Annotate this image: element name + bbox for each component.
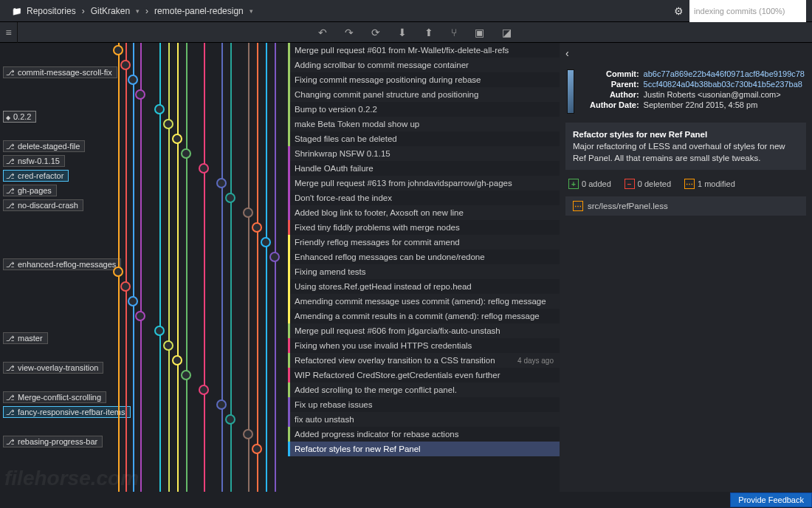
graph-lane [275, 43, 276, 492]
provide-feedback-button[interactable]: Provide Feedback [730, 492, 812, 507]
commit-node[interactable] [199, 385, 209, 395]
stash-icon[interactable]: ▣ [475, 27, 484, 38]
commit-node[interactable] [113, 267, 123, 277]
commit-row[interactable]: Refactored view overlay transition to a … [288, 353, 560, 368]
pull-icon[interactable]: ⬇ [398, 27, 407, 38]
meta-label-commit: Commit: [582, 69, 639, 78]
commit-node[interactable] [199, 163, 209, 174]
commit-node[interactable] [261, 237, 271, 247]
commit-detail-panel: ‹ Commit:ab6c77a869e22b4a46f0971acf84be9… [560, 43, 812, 492]
branch-label[interactable]: ⎇gh-pages [3, 185, 57, 196]
avatar [567, 69, 574, 114]
commit-row[interactable]: Merge pull request #601 from Mr-Wallet/f… [288, 43, 560, 58]
branch-label[interactable]: ⎇no-discard-crash [3, 199, 83, 211]
commit-row[interactable]: Fixing commit message positioning during… [288, 72, 560, 87]
branch-label[interactable]: ⎇rebasing-progress-bar [3, 436, 103, 447]
branch-label[interactable]: ⎇master [3, 332, 48, 344]
commit-row[interactable]: make Beta Token modal show up [288, 117, 560, 131]
commit-row[interactable]: Fixed tiny fiddly problems with merge no… [288, 220, 560, 235]
refresh-icon[interactable]: ⟳ [371, 27, 380, 38]
commit-node[interactable] [225, 414, 235, 425]
commit-node[interactable] [216, 178, 227, 188]
commit-message: Staged files can be deleted [295, 134, 397, 143]
push-icon[interactable]: ⬆ [424, 27, 433, 38]
redo-icon[interactable]: ↷ [345, 27, 354, 38]
commit-node[interactable] [120, 281, 131, 292]
commit-row[interactable]: Friendly reflog messages for commit amen… [288, 235, 560, 250]
branch-icon: ⎇ [6, 172, 15, 180]
commit-node[interactable] [252, 444, 262, 454]
commit-row[interactable]: Don't force-read the index [288, 190, 560, 205]
commit-row[interactable]: Amending commit message uses commit (ame… [288, 294, 560, 309]
commit-node[interactable] [154, 326, 165, 336]
commit-message: Merge pull request #601 from Mr-Wallet/f… [295, 46, 509, 55]
branch-label[interactable]: 0.2.2 [3, 111, 36, 123]
commit-row[interactable]: Changing commit panel structure and posi… [288, 87, 560, 102]
commit-row[interactable]: fix auto unstash [288, 412, 560, 427]
commit-row[interactable]: Adding scrollbar to commit message conta… [288, 58, 560, 72]
graph-lane [125, 43, 127, 492]
commit-node[interactable] [120, 60, 131, 70]
commit-row[interactable]: Added blog link to footer, Axosoft on ne… [288, 205, 560, 220]
commit-node[interactable] [181, 370, 191, 380]
back-arrow-icon[interactable]: ‹ [565, 47, 569, 59]
branch-icon[interactable]: ⑂ [451, 27, 457, 38]
commit-node[interactable] [252, 222, 262, 233]
commit-row[interactable]: Staged files can be deleted [288, 131, 560, 146]
meta-commit-hash[interactable]: ab6c77a869e22b4a46f0971acf84be9199c78 [644, 69, 805, 78]
commit-message: Handle OAuth failure [295, 164, 374, 173]
commit-row[interactable]: Enhanced reflog messages can be undone/r… [288, 250, 560, 264]
commit-row[interactable]: Fixing when you use invalid HTTPS creden… [288, 338, 560, 353]
commit-node[interactable] [128, 296, 138, 306]
commit-node[interactable] [181, 148, 191, 159]
branch-label[interactable]: ⎇commit-message-scroll-fix [3, 66, 117, 78]
breadcrumb-root[interactable]: Repositories [6, 6, 82, 16]
graph-lane [257, 43, 258, 492]
commit-row[interactable]: Fix up rebase issues [288, 397, 560, 412]
commit-row[interactable]: Handle OAuth failure [288, 161, 560, 176]
commit-graph-area: ⎇commit-message-scroll-fix0.2.2⎇delete-s… [0, 43, 560, 492]
branch-label[interactable]: ⎇nsfw-0.1.15 [3, 155, 65, 167]
branch-label[interactable]: ⎇cred-refactor [3, 170, 69, 182]
commit-node[interactable] [113, 45, 123, 55]
breadcrumb-repo[interactable]: GitKraken [85, 6, 145, 16]
meta-parent-hash[interactable]: 5ccf40824a04b38bab03c730b41b5e237ba8 [644, 80, 802, 89]
pop-stash-icon[interactable]: ◪ [502, 27, 512, 38]
commit-node[interactable] [154, 104, 165, 114]
commit-node[interactable] [225, 193, 235, 203]
commit-node[interactable] [243, 429, 253, 439]
commit-row[interactable]: Using stores.Ref.getHead instead of repo… [288, 279, 560, 294]
undo-icon[interactable]: ↶ [318, 27, 327, 38]
commit-node[interactable] [172, 355, 182, 365]
branch-label[interactable]: ⎇Merge-conflict-scrolling [3, 391, 106, 403]
commit-message: Fix up rebase issues [295, 400, 372, 409]
branch-label-text: cred-refactor [18, 171, 63, 180]
commit-node[interactable] [163, 340, 173, 351]
sidebar-toggle[interactable]: ≡ [0, 22, 18, 43]
commit-node[interactable] [135, 311, 145, 321]
commit-row[interactable]: Fixing amend tests [288, 264, 560, 279]
commit-row[interactable]: Amending a commit results in a commit (a… [288, 309, 560, 323]
commit-row[interactable]: WIP Refactored CredStore.getCredentials … [288, 368, 560, 382]
branch-label[interactable]: ⎇enhanced-reflog-messages [3, 258, 121, 270]
commit-node[interactable] [135, 89, 145, 100]
changed-file-row[interactable]: ⋯src/less/refPanel.less [565, 196, 806, 216]
gear-icon[interactable]: ⚙ [670, 5, 688, 17]
commit-row[interactable]: Merge pull request #613 from johndavidsp… [288, 176, 560, 190]
commit-row[interactable]: Shrinkwrap NSFW 0.1.15 [288, 146, 560, 161]
commit-node[interactable] [163, 119, 173, 129]
commit-node[interactable] [172, 134, 182, 144]
commit-node[interactable] [216, 399, 227, 410]
commit-node[interactable] [128, 75, 138, 85]
commit-node[interactable] [243, 207, 253, 218]
commit-row[interactable]: Refactor styles for new Ref Panel [288, 442, 560, 456]
branch-label[interactable]: ⎇delete-staged-file [3, 140, 85, 152]
commit-row[interactable]: Added progress indicator for rebase acti… [288, 427, 560, 442]
commit-row[interactable]: Merge pull request #606 from jdgarcia/fi… [288, 323, 560, 338]
commit-row[interactable]: Bump to version 0.2.2 [288, 102, 560, 117]
commit-row[interactable]: Added scrolling to the merge conflict pa… [288, 382, 560, 397]
branch-label[interactable]: ⎇view-overlay-transition [3, 362, 103, 374]
breadcrumb-branch[interactable]: remote-panel-redesign [148, 6, 259, 16]
commit-node[interactable] [269, 252, 280, 262]
graph-lane [177, 43, 179, 492]
